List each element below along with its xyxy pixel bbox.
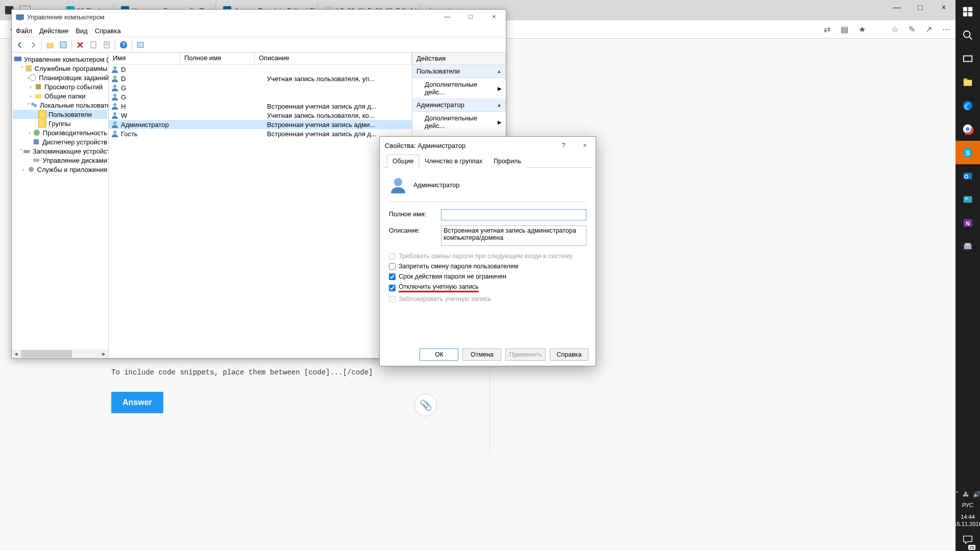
notes-icon[interactable]: ✎: [909, 24, 915, 34]
skype-icon[interactable]: S: [955, 141, 980, 164]
checkbox-never-expire[interactable]: Срок действия пароля не ограничен: [389, 271, 586, 282]
list-row[interactable]: АдминистраторВстроенная учетная запись а…: [109, 120, 412, 129]
refresh-icon[interactable]: [87, 39, 100, 51]
list-row[interactable]: D: [109, 65, 412, 74]
window-titlebar[interactable]: Управление компьютером — □ ×: [12, 10, 506, 25]
tree-event-viewer[interactable]: ›Просмотр событий: [13, 82, 107, 91]
fullname-input[interactable]: [441, 209, 586, 220]
minimize-button[interactable]: —: [435, 10, 459, 24]
task-view-icon[interactable]: [955, 47, 980, 70]
actions-more-users[interactable]: Дополнительные дейс...▶: [412, 78, 506, 98]
column-fullname[interactable]: Полное имя: [180, 53, 255, 64]
scanner-icon[interactable]: [955, 235, 980, 258]
taskbar-clock[interactable]: 14:44 15.11.2018: [953, 510, 980, 531]
chrome-icon[interactable]: [955, 117, 980, 141]
menu-view[interactable]: Вид: [76, 27, 88, 35]
horizontal-scrollbar[interactable]: ◄ ►: [12, 349, 108, 358]
tray-up-icon[interactable]: ˄: [955, 491, 959, 498]
reading-icon[interactable]: ▤: [841, 24, 848, 34]
maximize-button[interactable]: □: [909, 0, 932, 15]
checkbox[interactable]: [389, 263, 396, 270]
scroll-left-icon[interactable]: ◄: [12, 351, 20, 357]
delete-icon[interactable]: [74, 39, 86, 51]
checkbox-disable-account[interactable]: Отключить учетную запись: [389, 282, 586, 294]
action-center-icon[interactable]: 29: [955, 531, 980, 551]
column-description[interactable]: Описание: [255, 53, 412, 64]
list-row[interactable]: WУчетная запись пользователя, ко...: [109, 111, 412, 120]
menu-action[interactable]: Действие: [39, 27, 68, 35]
forward-icon[interactable]: [27, 39, 39, 51]
actions-group-users[interactable]: Пользователи▲: [412, 65, 506, 78]
tree-groups[interactable]: Группы: [13, 119, 107, 128]
language-indicator[interactable]: РУС: [962, 500, 973, 510]
help-button[interactable]: ?: [553, 137, 574, 153]
close-button[interactable]: ×: [482, 10, 506, 24]
back-icon[interactable]: [14, 39, 26, 51]
tree-storage[interactable]: ˅Запоминающие устройств: [13, 146, 107, 156]
start-button[interactable]: [955, 0, 980, 23]
help-icon[interactable]: ?: [117, 39, 130, 51]
tab-member-of[interactable]: Членство в группах: [419, 155, 488, 168]
maximize-button[interactable]: □: [459, 10, 482, 24]
menu-file[interactable]: Файл: [16, 27, 32, 35]
outlook-icon[interactable]: O: [955, 164, 980, 188]
actions-more-admin[interactable]: Дополнительные дейс...▶: [412, 112, 506, 132]
users-list[interactable]: Имя Полное имя Описание DDУчетная запись…: [109, 53, 412, 358]
favorites-icon[interactable]: ☆: [891, 24, 898, 34]
more-icon[interactable]: ⋯: [942, 24, 950, 34]
volume-icon[interactable]: 🔊: [973, 491, 981, 498]
scroll-right-icon[interactable]: ►: [100, 351, 108, 357]
tab-profile[interactable]: Профиль: [488, 155, 527, 168]
answer-button[interactable]: Answer: [111, 392, 163, 413]
list-row[interactable]: G: [109, 92, 412, 102]
navigation-tree[interactable]: Управление компьютером (ло ˅Служебные пр…: [12, 53, 109, 358]
windows-taskbar[interactable]: S O N ˄ 🖧 🔊 РУС 14:44 15.11.2018 29: [955, 0, 980, 551]
dialog-titlebar[interactable]: Свойства: Администратор ? ×: [380, 137, 596, 154]
checkbox[interactable]: [389, 273, 396, 280]
help-button[interactable]: Справка: [550, 348, 589, 361]
favorite-star-icon[interactable]: ★: [859, 24, 866, 34]
system-tray[interactable]: ˄ 🖧 🔊: [955, 489, 981, 500]
menu-help[interactable]: Справка: [95, 27, 121, 35]
minimize-button[interactable]: —: [885, 0, 909, 15]
tree-performance[interactable]: ›Производительность: [13, 128, 107, 137]
translate-icon[interactable]: ⇄: [824, 24, 830, 34]
edge-icon[interactable]: [955, 94, 980, 117]
up-icon[interactable]: [44, 39, 56, 51]
export-icon[interactable]: [101, 39, 113, 51]
onenote-icon[interactable]: N: [955, 211, 980, 235]
column-name[interactable]: Имя: [109, 53, 180, 64]
tree-services-apps[interactable]: ›Службы и приложения: [13, 165, 107, 174]
list-row[interactable]: ГостьВстроенная учетная запись для д...: [109, 129, 412, 138]
explorer-icon[interactable]: [955, 70, 980, 94]
checkbox[interactable]: [389, 285, 396, 291]
description-input[interactable]: Встроенная учетная запись администратора…: [441, 226, 586, 246]
toolbar-extra-icon[interactable]: [134, 39, 146, 51]
tree-root[interactable]: Управление компьютером (ло: [13, 55, 107, 64]
list-header[interactable]: Имя Полное имя Описание: [109, 53, 412, 65]
tree-system-tools[interactable]: ˅Служебные программы: [13, 64, 107, 73]
tree-local-users[interactable]: ˅Локальные пользовате: [13, 101, 107, 110]
close-button[interactable]: ×: [574, 137, 596, 153]
attach-button[interactable]: 📎: [414, 394, 437, 416]
network-icon[interactable]: 🖧: [963, 491, 969, 498]
scroll-thumb[interactable]: [21, 350, 72, 358]
close-button[interactable]: ×: [932, 0, 955, 15]
tree-device-manager[interactable]: Диспетчер устройств: [13, 137, 107, 146]
list-row[interactable]: G: [109, 83, 412, 92]
list-row[interactable]: HВстроенная учетная запись для д...: [109, 102, 412, 111]
checkbox-prevent-change[interactable]: Запретить смену пароля пользователем: [389, 261, 586, 271]
search-icon[interactable]: [955, 23, 980, 47]
tree-users[interactable]: Пользователи: [13, 110, 107, 119]
ok-button[interactable]: ОК: [420, 348, 458, 361]
tree-disk-mgmt[interactable]: Управление дисками: [13, 156, 107, 165]
tab-general[interactable]: Общие: [387, 155, 419, 168]
photos-icon[interactable]: [955, 188, 980, 211]
actions-group-admin[interactable]: Администратор▲: [412, 98, 506, 112]
list-row[interactable]: DУчетная запись пользователя, уп...: [109, 74, 412, 83]
properties-icon[interactable]: [57, 39, 69, 51]
tree-shared-folders[interactable]: ›Общие папки: [13, 91, 107, 101]
tree-scheduler[interactable]: ›Планировщик заданий: [13, 73, 107, 82]
cancel-button[interactable]: Отмена: [462, 348, 501, 361]
share-icon[interactable]: ↗: [925, 24, 932, 34]
